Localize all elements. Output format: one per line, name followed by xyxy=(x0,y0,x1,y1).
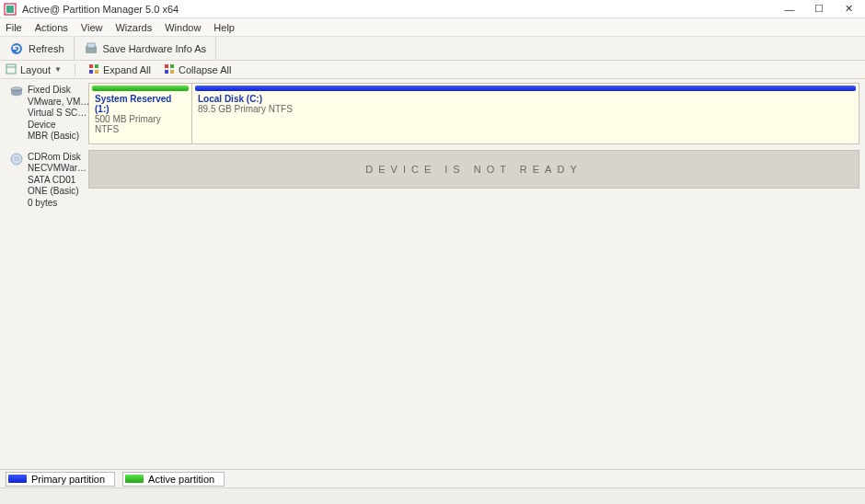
disk-line: Virtual S SCSI Disk xyxy=(28,108,90,120)
partition-detail: 89.5 GB Primary NTFS xyxy=(198,104,853,114)
expand-icon xyxy=(88,63,99,76)
save-hwinfo-button[interactable]: Save Hardware Info As xyxy=(75,37,217,60)
menu-view[interactable]: View xyxy=(81,22,103,33)
titlebar: Active@ Partition Manager 5.0 x64 — ☐ ✕ xyxy=(0,0,865,18)
legend-primary: Primary partition xyxy=(6,472,115,487)
separator xyxy=(75,63,75,76)
refresh-icon xyxy=(9,41,24,56)
legend-bar: Primary partition Active partition xyxy=(0,469,865,487)
collapse-icon xyxy=(164,63,175,76)
legend-swatch-blue xyxy=(8,475,27,483)
collapse-label: Collapse All xyxy=(179,64,231,75)
window-controls: — ☐ ✕ xyxy=(777,1,861,17)
disk-line: Fixed Disk xyxy=(28,85,90,97)
legend-active-label: Active partition xyxy=(148,474,214,485)
disk-info[interactable]: CDRom Disk NECVMWarVMware SATA CD01 ONE … xyxy=(6,150,88,212)
disk-line: CDRom Disk xyxy=(28,152,90,164)
disk-line: Device xyxy=(28,120,90,132)
disk-row: CDRom Disk NECVMWarVMware SATA CD01 ONE … xyxy=(6,150,859,212)
refresh-button[interactable]: Refresh xyxy=(0,37,75,60)
svg-point-18 xyxy=(16,157,18,160)
toolbar: Refresh Save Hardware Info As xyxy=(0,37,865,61)
menubar: File Actions View Wizards Window Help xyxy=(0,18,865,37)
minimize-button[interactable]: — xyxy=(777,1,802,17)
partition-area: System Reserved (1:) 500 MB Primary NTFS… xyxy=(88,83,859,144)
svg-rect-12 xyxy=(170,64,174,68)
layout-label: Layout xyxy=(20,64,51,75)
main-area: Fixed Disk VMware, VMware Virtual S SCSI… xyxy=(0,79,865,469)
svg-rect-13 xyxy=(165,70,168,74)
svg-rect-5 xyxy=(6,64,16,74)
svg-rect-14 xyxy=(170,70,174,74)
disk-row: Fixed Disk VMware, VMware Virtual S SCSI… xyxy=(6,83,859,144)
cd-icon xyxy=(9,152,24,166)
svg-rect-9 xyxy=(89,70,93,74)
disk-line: ONE (Basic) xyxy=(28,186,90,198)
expand-all-button[interactable]: Expand All xyxy=(88,63,151,76)
svg-rect-4 xyxy=(87,43,95,48)
svg-rect-8 xyxy=(95,64,98,68)
save-icon xyxy=(84,41,98,56)
partition-bar-active xyxy=(92,86,189,91)
hdd-icon xyxy=(9,85,24,99)
partition-box[interactable]: System Reserved (1:) 500 MB Primary NTFS xyxy=(89,84,192,143)
menu-help[interactable]: Help xyxy=(213,22,235,33)
disk-line: SATA CD01 xyxy=(28,175,90,187)
svg-rect-7 xyxy=(89,64,93,68)
disk-line: NECVMWarVMware xyxy=(28,163,90,175)
not-ready-label: DEVICE IS NOT READY xyxy=(365,164,582,175)
collapse-all-button[interactable]: Collapse All xyxy=(164,63,231,76)
menu-window[interactable]: Window xyxy=(165,22,201,33)
refresh-label: Refresh xyxy=(29,43,64,54)
layout-icon xyxy=(6,63,17,76)
legend-active: Active partition xyxy=(122,472,225,487)
partition-bar-primary xyxy=(195,86,856,91)
partition-area-notready[interactable]: DEVICE IS NOT READY xyxy=(88,150,859,189)
svg-rect-11 xyxy=(165,64,168,68)
dropdown-icon: ▼ xyxy=(54,65,62,74)
app-icon xyxy=(4,3,17,16)
svg-rect-10 xyxy=(95,70,98,74)
maximize-button[interactable]: ☐ xyxy=(806,1,832,17)
svg-rect-1 xyxy=(6,6,14,13)
close-button[interactable]: ✕ xyxy=(836,1,861,17)
legend-primary-label: Primary partition xyxy=(31,474,105,485)
partition-name: System Reserved (1:) xyxy=(95,94,186,114)
menu-actions[interactable]: Actions xyxy=(35,22,68,33)
partition-box[interactable]: Local Disk (C:) 89.5 GB Primary NTFS xyxy=(192,84,859,143)
subtoolbar: Layout ▼ Expand All Collapse All xyxy=(0,61,865,79)
menu-file[interactable]: File xyxy=(6,22,22,33)
layout-button[interactable]: Layout ▼ xyxy=(6,63,62,76)
legend-swatch-green xyxy=(125,475,144,483)
save-hwinfo-label: Save Hardware Info As xyxy=(103,43,207,54)
disk-line: MBR (Basic) xyxy=(28,131,90,143)
disk-line: VMware, VMware xyxy=(28,97,90,109)
expand-label: Expand All xyxy=(103,64,151,75)
partition-detail: 500 MB Primary NTFS xyxy=(95,114,186,134)
menu-wizards[interactable]: Wizards xyxy=(115,22,152,33)
disk-info[interactable]: Fixed Disk VMware, VMware Virtual S SCSI… xyxy=(6,83,88,144)
partition-name: Local Disk (C:) xyxy=(198,94,853,104)
window-title: Active@ Partition Manager 5.0 x64 xyxy=(22,4,777,15)
disk-line: 0 bytes xyxy=(28,198,90,210)
statusbar xyxy=(0,487,865,504)
